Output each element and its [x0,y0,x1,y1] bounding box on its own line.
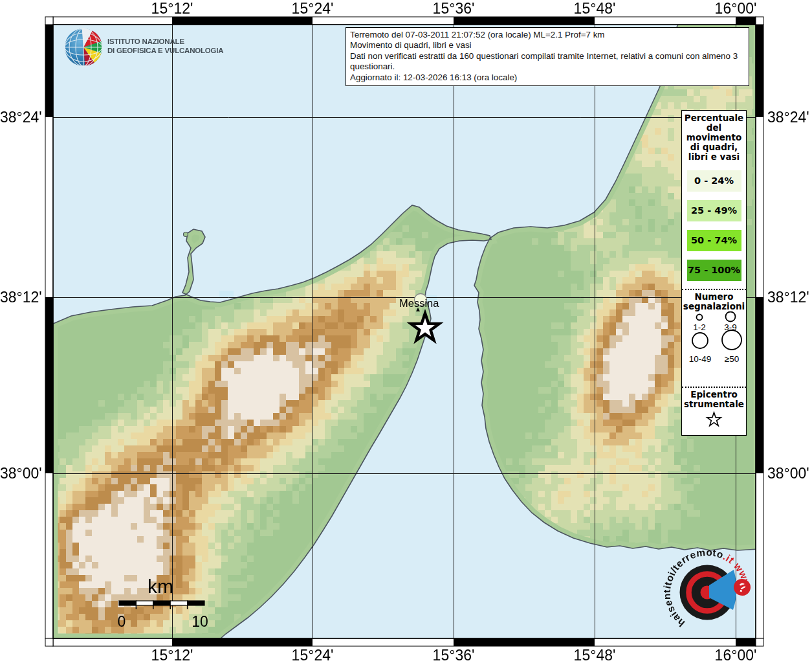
scale-bar-unit: km [148,576,173,597]
map-frame [45,17,763,646]
hsit-intensity-map-page: { "info_box": { "line1": "Terremoto del … [0,0,812,663]
info-line-updated: Aggiornato il: 12-03-2026 16:13 (ora loc… [350,73,745,83]
frame-corner-squares [45,17,763,646]
axis-tick-label: 38°24' [767,109,809,126]
legend-swatch-75-100: 75 - 100% [687,260,741,281]
axis-tick-label: 15°24' [292,647,334,663]
svg-text:3-9: 3-9 [724,322,737,332]
signal-circle-3-9 [726,312,736,322]
axis-tick-label: 15°48' [574,0,616,17]
ingv-logo: ISTITUTO NAZIONALE DI GEOFISICA E VULCAN… [63,28,258,67]
axis-tick-label: 16°00' [715,647,757,663]
axis-tick-label: 38°12' [0,289,41,306]
legend-signal-sizes: 1-2 3-9 10-49 ≥50 [682,311,746,376]
scale-bar-start: 0 [118,613,126,630]
haisentitoilterremoto-logo: ? haisentitoi/terremoto.it www. [661,546,752,629]
legend-epicenter-star [682,409,746,433]
ingv-name-line1: ISTITUTO NAZIONALE [107,38,223,47]
axis-tick-label: 15°36' [433,647,475,663]
signal-circle-1-2 [697,315,703,320]
city-label-messina: Messina [399,297,439,309]
axis-tick-label: 15°12' [151,0,193,17]
legend-panel: Percentuale del movimento di quadri, lib… [681,110,747,436]
earthquake-info-box: Terremoto del 07-03-2011 21:07:52 (ora l… [346,27,749,86]
scale-bar-end: 10 [192,613,208,630]
legend-epicenter-title: Epicentro strumentale [682,387,746,409]
epicenter-star-icon [411,313,439,341]
legend-signals-title: Numero segnalazioni [682,289,746,311]
axis-tick-label: 38°12' [767,289,809,306]
signal-circle-10-49 [692,333,708,348]
legend-star-icon [707,412,721,425]
legend-swatch-0-24: 0 - 24% [687,170,741,192]
axis-tick-label: 16°00' [715,0,757,17]
info-line-event: Terremoto del 07-03-2011 21:07:52 (ora l… [350,30,745,40]
legend-swatch-25-49: 25 - 49% [687,200,741,221]
info-line-movement: Movimento di quadri, libri e vasi [350,40,745,51]
axis-tick-label: 38°00' [767,465,809,482]
ingv-name-line2: DI GEOFISICA E VULCANOLOGIA [107,47,223,56]
axis-tick-label: 15°48' [574,647,616,663]
axis-tick-label: 15°24' [292,0,334,17]
svg-text:10-49: 10-49 [689,354,712,364]
signal-circle-50 [722,330,741,350]
legend-swatch-50-74: 50 - 74% [687,230,741,251]
scale-bar: km 0 10 [118,576,208,630]
svg-text:1-2: 1-2 [693,322,706,332]
legend-title: Percentuale del movimento di quadri, lib… [682,111,746,162]
axis-tick-label: 15°12' [151,647,193,663]
axis-tick-label: 15°36' [433,0,475,17]
axis-tick-label: 38°24' [0,109,41,126]
svg-text:≥50: ≥50 [725,354,739,364]
info-line-questionnaires: Dati non verificati estratti da 160 ques… [350,51,745,73]
axis-tick-label: 38°00' [0,465,41,482]
